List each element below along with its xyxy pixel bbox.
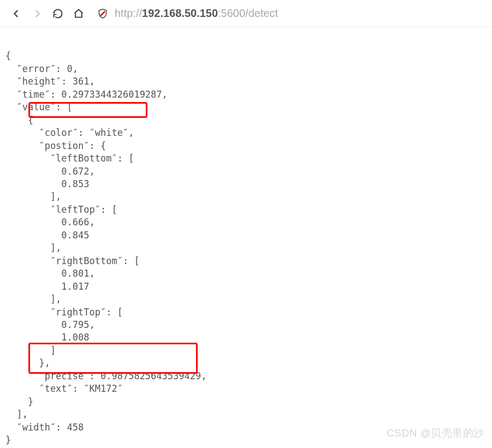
json-line: } xyxy=(5,434,11,445)
json-line: ], xyxy=(5,191,61,202)
forward-button[interactable] xyxy=(32,8,43,19)
json-line: 0.672, xyxy=(5,166,95,177)
watermark: CSDN @贝壳里的沙 xyxy=(387,426,484,440)
json-line: ″error″: 0, xyxy=(5,63,78,74)
home-button[interactable] xyxy=(73,8,84,19)
back-button[interactable] xyxy=(11,8,22,19)
json-line: ″height″: 361, xyxy=(5,76,95,87)
json-line: 0.853 xyxy=(5,178,90,189)
json-line: ], xyxy=(5,409,28,420)
json-line: ″leftTop″: [ xyxy=(5,204,117,215)
json-line: 1.017 xyxy=(5,281,90,292)
json-line: 0.666, xyxy=(5,217,95,228)
json-line: ″rightBottom″: [ xyxy=(5,255,140,266)
browser-toolbar: http://192.168.50.150:5600/detect xyxy=(0,0,492,27)
url-text: http://192.168.50.150:5600/detect xyxy=(115,7,278,20)
json-line: { xyxy=(5,50,11,61)
json-line: ″value″: [ xyxy=(5,101,73,112)
reload-button[interactable] xyxy=(52,8,63,19)
json-line: ″color″: ″white″, xyxy=(5,127,134,138)
json-line: ″text″: ″KM172″ xyxy=(5,383,123,394)
json-line: ], xyxy=(5,294,61,304)
address-bar[interactable]: http://192.168.50.150:5600/detect xyxy=(97,7,481,20)
json-line: } xyxy=(5,396,33,407)
json-line: ″precise″: 0.9875825643539429, xyxy=(5,371,206,381)
json-line: ], xyxy=(5,242,61,253)
json-line: { xyxy=(5,115,33,126)
json-line: 0.801, xyxy=(5,268,95,279)
json-response-body: { ″error″: 0, ″height″: 361, ″time″: 0.2… xyxy=(0,27,492,448)
shield-icon xyxy=(97,8,108,19)
json-line: ″time″: 0.2973344326019287, xyxy=(5,89,168,100)
json-line: ″leftBottom″: [ xyxy=(5,153,134,164)
json-line: 0.795, xyxy=(5,319,95,330)
json-line: 1.008 xyxy=(5,332,90,343)
json-line: ″postion″: { xyxy=(5,140,106,151)
json-line: ″width″: 458 xyxy=(5,422,84,433)
json-line: ] xyxy=(5,345,56,356)
json-line: }, xyxy=(5,357,50,368)
json-line: 0.845 xyxy=(5,230,90,241)
svg-line-0 xyxy=(100,11,105,15)
json-line: ″rightTop″: [ xyxy=(5,307,123,318)
